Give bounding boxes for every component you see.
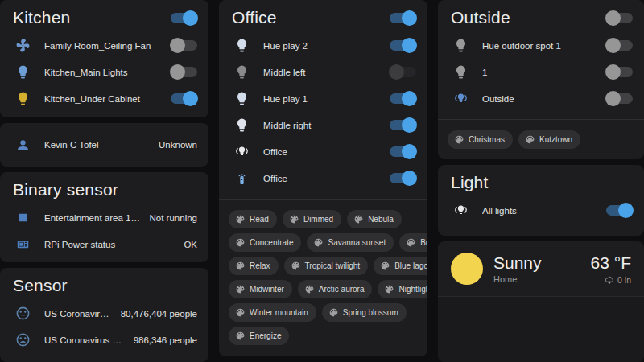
binary-sensor-card: Binary sensor Entertainment area 1: Ente… <box>0 172 208 262</box>
weather-condition: Sunny <box>493 253 580 273</box>
outside-card-header: Outside <box>438 0 644 29</box>
scene-chip-nebula[interactable]: Nebula <box>347 210 402 228</box>
scene-chip-christmas[interactable]: Christmas <box>448 130 513 149</box>
entity-state: 80,476,404 people <box>121 309 197 319</box>
scene-chip-label: Dimmed <box>303 215 333 224</box>
scene-chip-midwinter[interactable]: Midwinter <box>229 280 292 298</box>
scene-chip-read[interactable]: Read <box>229 210 277 228</box>
sensor-card: Sensor US Coronavirus confirmed 80,476,4… <box>0 268 208 362</box>
entity-row-1[interactable]: 1 <box>438 59 644 85</box>
palette-icon <box>235 214 246 224</box>
scene-chip-arctic-aurora[interactable]: Arctic aurora <box>298 280 373 298</box>
entity-label: Family Room_Ceiling Fan <box>44 41 163 51</box>
entity-toggle[interactable] <box>606 40 633 51</box>
sensor-card-title: Sensor <box>13 276 68 295</box>
scene-chip-label: Kutztown <box>539 135 572 144</box>
scene-chip-bright[interactable]: Bright <box>399 233 427 252</box>
entity-toggle[interactable] <box>390 93 416 104</box>
column-middle: Office Hue play 2 Middle left Hue play 1 <box>219 0 427 362</box>
entity-toggle[interactable] <box>390 173 416 183</box>
entity-row-middle-left[interactable]: Middle left <box>219 59 427 85</box>
scene-chip-kutztown[interactable]: Kutztown <box>518 130 580 149</box>
entity-toggle[interactable] <box>171 40 197 51</box>
entity-label: US Coronavirus deaths <box>44 335 126 345</box>
entity-row-hue-play-2[interactable]: Hue play 2 <box>219 32 427 59</box>
entity-row-rpi-power-status[interactable]: RPi Power status OK <box>0 231 208 257</box>
scene-chip-nightlight[interactable]: Nightlight <box>378 280 427 298</box>
scene-chip-label: Bright <box>420 238 427 247</box>
entity-row-office-light-group[interactable]: Office <box>219 138 427 165</box>
entity-toggle[interactable] <box>606 205 633 216</box>
outside-header-toggle[interactable] <box>606 13 633 23</box>
scene-chip-energize[interactable]: Energize <box>229 327 289 345</box>
person-icon <box>13 135 32 154</box>
person-state: Unknown <box>159 140 197 150</box>
outside-card: Outside Hue outdoor spot 1 1 Outside <box>438 0 644 159</box>
palette-icon <box>235 331 246 341</box>
weather-location: Home <box>493 274 580 284</box>
scene-chip-savanna-sunset[interactable]: Savanna sunset <box>307 233 394 252</box>
entity-toggle[interactable] <box>606 67 633 77</box>
scene-chip-label: Arctic aurora <box>319 285 365 294</box>
scene-chip-concentrate[interactable]: Concentrate <box>229 233 301 252</box>
entity-toggle[interactable] <box>390 67 416 77</box>
entity-row-all-lights[interactable]: All lights <box>438 197 644 224</box>
palette-icon <box>406 237 416 248</box>
outside-scenes: Christmas Kutztown <box>438 120 644 158</box>
entity-row-coronavirus-confirmed[interactable]: US Coronavirus confirmed 80,476,404 peop… <box>0 300 208 327</box>
scene-chip-tropical-twilight[interactable]: Tropical twilight <box>284 257 369 275</box>
scene-chip-label: Energize <box>250 331 281 340</box>
scene-chip-spring-blossom[interactable]: Spring blossom <box>322 303 407 322</box>
kitchen-header-toggle[interactable] <box>171 13 197 23</box>
entity-row-office-remote[interactable]: Office <box>219 165 427 191</box>
office-scenes: Read Dimmed Nebula Concentrate Savanna s… <box>219 200 427 355</box>
weather-summary: Sunny Home 63 °F 0 in <box>438 241 644 296</box>
entity-label: RPi Power status <box>44 240 175 249</box>
office-card-header: Office <box>219 0 427 29</box>
palette-icon <box>289 214 299 224</box>
entity-toggle[interactable] <box>390 40 416 51</box>
entity-toggle[interactable] <box>171 67 197 77</box>
entity-toggle[interactable] <box>606 93 633 104</box>
entity-row-coronavirus-deaths[interactable]: US Coronavirus deaths 986,346 people <box>0 327 208 353</box>
square-icon <box>13 208 32 228</box>
entity-toggle[interactable] <box>390 146 416 157</box>
entity-row-middle-right[interactable]: Middle right <box>219 112 427 138</box>
person-card: Kevin C Tofel Unknown <box>0 123 208 167</box>
lightbulb-icon <box>13 89 32 109</box>
palette-icon <box>235 284 246 294</box>
entity-row-hue-outdoor-spot-1[interactable]: Hue outdoor spot 1 <box>438 32 644 59</box>
palette-icon <box>313 237 324 248</box>
weather-card[interactable]: Sunny Home 63 °F 0 in <box>438 241 644 362</box>
scene-chip-blue-lagoon[interactable]: Blue lagoon <box>374 257 427 275</box>
scene-chip-label: Relax <box>250 261 270 270</box>
scene-chip-label: Tropical twilight <box>305 261 361 270</box>
entity-label: Hue play 1 <box>263 94 382 104</box>
office-header-toggle[interactable] <box>390 13 416 23</box>
column-left: Kitchen Family Room_Ceiling Fan Kitchen_… <box>0 0 208 362</box>
entity-row-kitchen-under-cabinet[interactable]: Kitchen_Under Cabinet <box>0 85 208 112</box>
scene-chip-label: Christmas <box>469 135 505 144</box>
lightbulb-icon <box>232 63 251 82</box>
scene-chip-dimmed[interactable]: Dimmed <box>283 210 341 228</box>
kitchen-card-header: Kitchen <box>0 0 208 29</box>
entity-toggle[interactable] <box>171 93 197 104</box>
entity-row-family-room-ceiling-fan[interactable]: Family Room_Ceiling Fan <box>0 32 208 59</box>
entity-label: All lights <box>482 206 598 216</box>
entity-row-hue-play-1[interactable]: Hue play 1 <box>219 85 427 112</box>
entity-row-entertainment-area[interactable]: Entertainment area 1: Entertain… Not run… <box>0 204 208 231</box>
person-row[interactable]: Kevin C Tofel Unknown <box>0 132 208 158</box>
column-right: Outside Hue outdoor spot 1 1 Outside <box>438 0 644 362</box>
dashboard: Kitchen Family Room_Ceiling Fan Kitchen_… <box>0 0 644 362</box>
kitchen-card-title: Kitchen <box>13 8 70 27</box>
entity-row-kitchen-main-lights[interactable]: Kitchen_Main Lights <box>0 59 208 85</box>
palette-icon <box>353 214 364 224</box>
light-card: Light All lights <box>438 165 644 236</box>
entity-row-outside-light-group[interactable]: Outside <box>438 85 644 112</box>
entity-label: Kitchen_Main Lights <box>44 68 163 77</box>
scene-chip-relax[interactable]: Relax <box>229 257 279 275</box>
scene-chip-label: Winter mountain <box>250 308 308 317</box>
entity-label: US Coronavirus confirmed <box>44 309 113 319</box>
scene-chip-winter-mountain[interactable]: Winter mountain <box>229 303 316 322</box>
entity-toggle[interactable] <box>390 120 416 130</box>
